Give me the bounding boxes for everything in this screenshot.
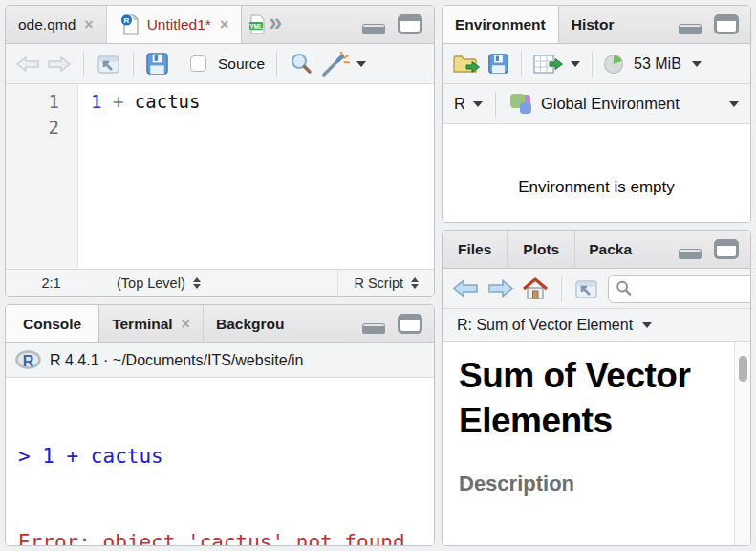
tab-untitled1[interactable]: R Untitled1* × [107,6,243,43]
console-input-line: > 1 + cactus [18,442,434,471]
chevron-down-icon[interactable] [642,322,652,328]
environment-tabstrip: Environment Histor [443,6,750,44]
yml-file-icon: YML [249,14,266,34]
tab-label: Plots [523,241,559,258]
editor-toolbar: Source [6,44,434,84]
chevron-down-icon[interactable] [692,61,702,67]
home-icon[interactable] [521,276,550,301]
console-pane: Console Terminal × Backgrou R R 4.4.1 · … [5,304,435,546]
load-workspace-icon[interactable] [452,53,481,76]
memory-pie-icon[interactable] [604,55,623,74]
file-type-label: R Script [354,276,403,291]
line-number: 2 [6,115,59,141]
maximize-icon[interactable] [398,14,422,34]
tab-terminal[interactable]: Terminal × [99,305,204,342]
file-type-selector[interactable]: R Script [337,270,434,296]
code-token-number: 1 [91,91,101,112]
code-text[interactable]: 1 + cactus [78,84,434,269]
tab-label: Files [458,241,491,258]
updown-icon [411,277,419,289]
tab-history[interactable]: Histor [559,6,627,43]
help-topic-label[interactable]: R: Sum of Vector Element [457,317,633,334]
memory-usage-label: 53 MiB [634,55,681,73]
files-help-pane: Files Plots Packa [442,230,751,546]
console-tabstrip: Console Terminal × Backgrou [6,305,434,343]
search-icon [616,280,632,297]
save-icon[interactable] [145,52,169,76]
magic-wand-icon[interactable] [320,52,350,77]
help-search-box[interactable] [608,275,751,303]
maximize-icon[interactable] [398,314,422,334]
tab-files[interactable]: Files [443,231,508,268]
svg-text:R: R [23,353,34,369]
help-search-input[interactable] [637,277,751,300]
console-output[interactable]: > 1 + cactus Error: object 'cactus' not … [6,378,434,545]
tab-code-qmd[interactable]: ode.qmd × [6,6,107,43]
r-version-and-path[interactable]: R 4.4.1 · ~/Documents/ITS/website/in [50,352,303,369]
minimize-icon[interactable] [362,323,385,334]
save-workspace-icon[interactable] [487,53,509,75]
divider [521,52,522,77]
tab-console[interactable]: Console [6,305,99,342]
chevron-down-icon[interactable] [729,101,739,107]
close-icon[interactable]: × [84,16,93,33]
close-icon[interactable]: × [220,16,228,33]
open-in-new-window-icon[interactable] [573,277,599,300]
maximize-icon[interactable] [714,14,739,34]
tab-label: Histor [572,16,615,33]
help-back-icon[interactable] [452,277,480,299]
editor-window-buttons [347,6,434,42]
help-content[interactable]: Sum of Vector Elements Description [443,342,750,545]
global-environment-icon [508,92,533,117]
minimize-icon[interactable] [679,24,702,34]
close-icon[interactable]: × [182,316,190,333]
line-number-gutter: 1 2 [6,84,78,269]
chevron-down-icon[interactable] [473,101,483,107]
scope-selector-label[interactable]: Global Environment [541,95,680,113]
updown-icon [193,277,201,289]
minimize-icon[interactable] [679,249,702,259]
scope-label: (Top Level) [117,276,185,291]
scrollbar[interactable] [734,342,750,545]
code-token-operator: + [113,91,123,112]
maximize-icon[interactable] [714,239,739,259]
tab-plots[interactable]: Plots [508,231,575,268]
chevron-down-icon[interactable] [571,61,580,67]
tab-packages[interactable]: Packa [575,231,645,268]
divider [83,52,84,77]
search-icon[interactable] [289,52,313,77]
console-info-bar: R R 4.4.1 · ~/Documents/ITS/website/in [6,343,434,378]
help-section-heading: Description [459,472,718,496]
svg-text:YML: YML [249,23,263,30]
chevron-down-icon[interactable] [356,61,366,67]
open-in-new-window-icon[interactable] [96,53,121,76]
back-icon[interactable] [15,55,40,74]
source-on-save-label: Source [218,55,265,73]
tab-label: Console [23,316,81,333]
divider [133,52,134,77]
language-selector-label[interactable]: R [454,95,465,113]
forward-icon[interactable] [47,55,72,74]
r-file-icon: R [119,13,140,36]
scope-selector[interactable]: (Top Level) [97,276,201,291]
tab-background-jobs[interactable]: Backgrou [204,305,297,342]
import-dataset-icon[interactable] [533,53,564,76]
tab-overflow-icon[interactable]: » [269,9,279,36]
source-editor-pane: ode.qmd × R Untitled1* × YML » [5,5,435,297]
help-topic-bar: R: Sum of Vector Element [443,309,750,342]
code-editor[interactable]: 1 2 1 + cactus [6,84,434,269]
cursor-position: 2:1 [6,270,97,296]
tab-label: ode.qmd [18,16,76,33]
help-forward-icon[interactable] [486,277,514,299]
divider [561,276,562,301]
console-window-buttons [347,305,434,342]
tab-yml-partial[interactable]: YML » [242,6,287,43]
divider [592,52,593,77]
environment-object-list[interactable]: Environment is empty [443,124,750,222]
editor-tabstrip: ode.qmd × R Untitled1* × YML » [6,6,434,44]
tab-environment[interactable]: Environment [443,6,559,43]
minimize-icon[interactable] [362,24,385,34]
scrollbar-thumb[interactable] [739,356,747,382]
divider [495,92,496,117]
source-on-save-checkbox[interactable] [190,55,206,72]
